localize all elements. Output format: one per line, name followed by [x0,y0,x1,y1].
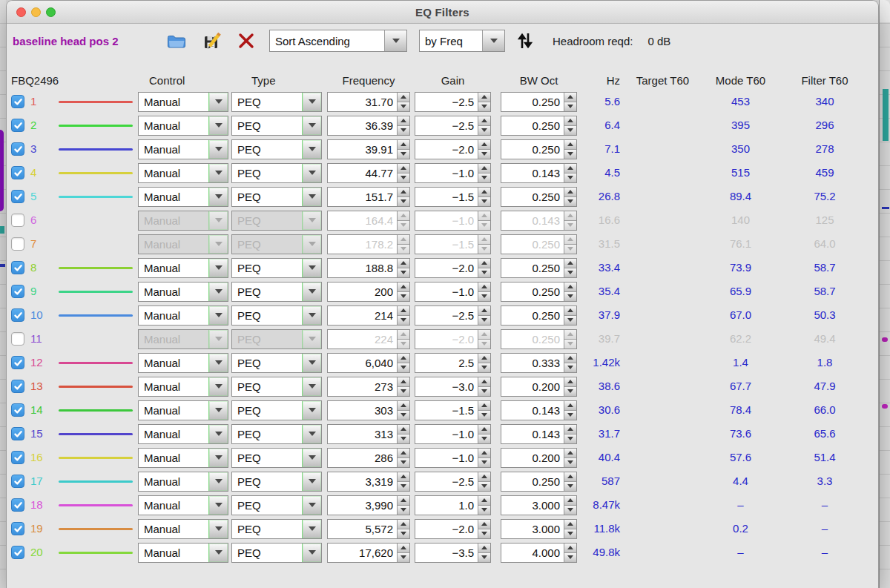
spinner-down-button[interactable] [478,506,490,515]
spinner-up-button[interactable] [564,425,576,435]
frequency-input[interactable]: 200 [328,283,397,301]
frequency-input[interactable]: 178.2 [328,235,397,254]
gain-input[interactable]: −2.5 [415,306,478,325]
spinner-down-button[interactable] [398,197,409,206]
spinner-down-button[interactable] [398,268,409,277]
control-select[interactable]: Manual [138,329,228,349]
gain-input[interactable]: −2.5 [415,93,478,111]
spinner-down-button[interactable] [564,411,576,420]
gain-spinner[interactable]: 1.0 [415,495,491,515]
bw-oct-input[interactable]: 0.250 [501,306,564,325]
frequency-input[interactable]: 151.7 [328,188,397,206]
spinner-up-button[interactable] [478,544,490,553]
spinner-down-button[interactable] [478,482,490,491]
spinner-up-button[interactable] [398,496,409,506]
control-select[interactable]: Manual [138,187,228,207]
type-select[interactable]: PEQ [231,400,322,420]
spinner-down-button[interactable] [478,458,490,467]
type-select[interactable]: PEQ [231,163,322,183]
filter-enable-checkbox[interactable] [11,451,24,464]
spinner-up-button[interactable] [398,520,409,529]
spinner-up-button[interactable] [478,306,490,316]
sort-order-select[interactable]: Sort Ascending [269,30,407,52]
frequency-input[interactable]: 286 [328,449,397,467]
bw-oct-spinner[interactable]: 0.200 [501,377,577,397]
gain-input[interactable]: −2.0 [415,140,478,159]
spinner-down-button[interactable] [478,197,490,206]
spinner-down-button[interactable] [478,102,490,111]
gain-input[interactable]: −2.5 [415,116,478,135]
gain-input[interactable]: −3.5 [415,544,478,562]
bw-oct-spinner[interactable]: 0.250 [501,472,577,492]
frequency-input[interactable]: 31.70 [328,93,397,111]
filter-enable-checkbox[interactable] [11,237,24,251]
bw-oct-spinner[interactable]: 0.333 [501,353,577,373]
spinner-up-button[interactable] [564,140,576,150]
type-select[interactable]: PEQ [231,305,322,326]
spinner-down-button[interactable] [478,292,490,301]
spinner-down-button[interactable] [564,268,576,277]
spinner-down-button[interactable] [478,387,490,396]
bw-oct-spinner[interactable]: 0.200 [501,448,577,468]
spinner-up-button[interactable] [478,377,490,387]
bw-oct-spinner[interactable]: 3.000 [501,519,577,539]
frequency-spinner[interactable]: 214 [327,305,410,326]
spinner-up-button[interactable] [398,116,409,126]
bw-oct-spinner[interactable]: 0.250 [501,116,577,136]
spinner-up-button[interactable] [564,377,576,387]
frequency-input[interactable]: 39.91 [328,140,397,159]
spinner-down-button[interactable] [478,340,490,348]
bw-oct-spinner[interactable]: 0.250 [501,234,577,254]
frequency-input[interactable]: 17,620 [328,544,397,562]
spinner-up-button[interactable] [478,449,490,458]
gain-spinner[interactable]: −3.5 [415,543,491,563]
spinner-up-button[interactable] [564,188,576,197]
spinner-up-button[interactable] [478,188,490,197]
frequency-spinner[interactable]: 3,319 [327,472,410,492]
spinner-down-button[interactable] [564,174,576,182]
gain-spinner[interactable]: −1.0 [415,282,491,302]
titlebar[interactable]: EQ Filters [7,1,878,24]
control-select[interactable]: Manual [138,116,228,136]
frequency-spinner[interactable]: 36.39 [327,116,410,136]
frequency-input[interactable]: 44.77 [328,164,397,182]
gain-input[interactable]: −3.0 [415,377,478,396]
bw-oct-input[interactable]: 0.250 [501,188,564,206]
filter-enable-checkbox[interactable] [11,214,24,227]
spinner-down-button[interactable] [398,387,409,396]
control-select[interactable]: Manual [138,92,228,112]
spinner-up-button[interactable] [564,354,576,363]
filter-enable-checkbox[interactable] [11,308,24,322]
spinner-up-button[interactable] [564,496,576,506]
gain-spinner[interactable]: −2.0 [415,258,491,278]
frequency-spinner[interactable]: 6,040 [327,353,410,373]
spinner-down-button[interactable] [478,411,490,420]
frequency-spinner[interactable]: 313 [327,424,410,444]
filter-enable-checkbox[interactable] [11,142,24,156]
spinner-up-button[interactable] [478,472,490,482]
frequency-input[interactable]: 214 [328,306,397,325]
spinner-up-button[interactable] [398,377,409,387]
spinner-down-button[interactable] [478,363,490,372]
filter-enable-checkbox[interactable] [11,285,24,298]
gain-spinner[interactable]: −2.0 [415,139,491,159]
spinner-up-button[interactable] [398,211,409,221]
spinner-up-button[interactable] [398,425,409,435]
spinner-up-button[interactable] [398,472,409,482]
spinner-down-button[interactable] [398,363,409,372]
control-select[interactable]: Manual [138,353,228,373]
gain-spinner[interactable]: −3.0 [415,377,491,397]
spinner-up-button[interactable] [398,544,409,553]
spinner-up-button[interactable] [478,235,490,245]
filter-enable-checkbox[interactable] [11,332,24,346]
spinner-down-button[interactable] [564,506,576,515]
spinner-up-button[interactable] [398,93,409,102]
spinner-down-button[interactable] [564,126,576,135]
control-select[interactable]: Manual [138,377,228,397]
type-select[interactable]: PEQ [231,139,322,159]
gain-input[interactable]: −1.0 [415,425,478,443]
spinner-up-button[interactable] [478,520,490,529]
spinner-up-button[interactable] [478,354,490,363]
spinner-up-button[interactable] [398,235,409,245]
spinner-down-button[interactable] [398,553,409,562]
